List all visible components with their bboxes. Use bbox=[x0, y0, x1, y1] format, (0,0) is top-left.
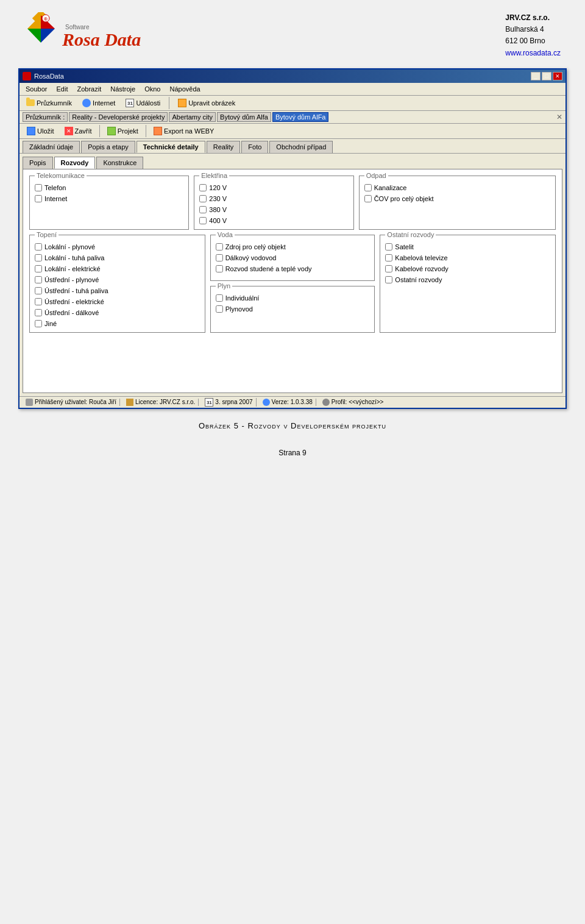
menu-edit[interactable]: Edit bbox=[53, 84, 71, 94]
checkbox-ustredni-elektricke: Ústřední - elektrické bbox=[35, 298, 200, 305]
tab-obchodni-pripad[interactable]: Obchodní případ bbox=[269, 141, 333, 153]
sub-tab-konstrukce[interactable]: Konstrukce bbox=[96, 157, 143, 169]
checkbox-cov-input[interactable] bbox=[364, 195, 372, 202]
company-line2: Bulharská 4 bbox=[505, 24, 561, 35]
tab-technicke-detaily[interactable]: Technické detaily bbox=[136, 141, 205, 153]
toolbar-internet[interactable]: Internet bbox=[79, 97, 119, 109]
checkbox-telefon-input[interactable] bbox=[35, 184, 42, 191]
checkbox-ostatni-rozvody-item-input[interactable] bbox=[385, 276, 392, 283]
menu-zobrazit[interactable]: Zobrazit bbox=[74, 84, 104, 94]
checkbox-cov: ČOV pro celý objekt bbox=[364, 195, 550, 202]
checkbox-ustredni-dalkove-input[interactable] bbox=[35, 309, 42, 316]
checkbox-zdroj-input[interactable] bbox=[216, 243, 223, 251]
minimize-button[interactable]: _ bbox=[531, 72, 541, 80]
header: ® Software Rosa Data JRV.CZ s.r.o. Bulha… bbox=[0, 6, 585, 68]
export-icon bbox=[154, 127, 162, 135]
checkbox-120v-input[interactable] bbox=[199, 184, 207, 191]
checkbox-ustredni-tuha-label: Ústřední - tuhá paliva bbox=[44, 287, 108, 294]
action-toolbar: Uložit ✕ Zavřít Projekt Export na WEBY bbox=[20, 124, 566, 139]
close-button[interactable]: ✕ bbox=[553, 72, 562, 80]
section-odpad-title: Odpad bbox=[364, 172, 388, 179]
toolbar-upravit-obrazek[interactable]: Upravit obrázek bbox=[174, 97, 239, 109]
checkbox-lokalni-tuha-input[interactable] bbox=[35, 254, 42, 261]
checkbox-380v-label: 380 V bbox=[209, 206, 227, 213]
menu-nastroje[interactable]: Nástroje bbox=[107, 84, 138, 94]
version-icon bbox=[263, 399, 270, 406]
checkbox-ustredni-tuha-input[interactable] bbox=[35, 287, 42, 294]
toolbar-udalosti[interactable]: 31 Události bbox=[122, 97, 164, 109]
export-button[interactable]: Export na WEBY bbox=[149, 125, 219, 137]
svg-text:®: ® bbox=[44, 16, 48, 22]
toolbar-pruzkumnik[interactable]: Průzkumník bbox=[23, 98, 76, 108]
checkbox-ostatni-rozvody-item-label: Ostatní rozvody bbox=[395, 276, 442, 283]
breadcrumb-reality[interactable]: Reality - Developerské projekty bbox=[69, 112, 168, 122]
save-label: Uložit bbox=[37, 127, 54, 135]
tab-popis-etapy[interactable]: Popis a etapy bbox=[81, 141, 135, 153]
section-topeni: Topení Lokální - plynové Lokální - tuhá … bbox=[29, 235, 205, 333]
menu-napoveda[interactable]: Nápověda bbox=[166, 84, 203, 94]
page-wrapper: ® Software Rosa Data JRV.CZ s.r.o. Bulha… bbox=[0, 0, 585, 463]
tab-reality[interactable]: Reality bbox=[207, 141, 241, 153]
tab-foto[interactable]: Foto bbox=[241, 141, 268, 153]
checkbox-kabelove-rozvody-label: Kabelové rozvody bbox=[395, 265, 448, 272]
close-x-icon: ✕ bbox=[65, 127, 73, 135]
sections-row-1: Telekomunikace Telefon Internet bbox=[29, 176, 556, 230]
checkbox-380v-input[interactable] bbox=[199, 206, 207, 213]
save-icon bbox=[27, 127, 35, 135]
checkbox-internet-input[interactable] bbox=[35, 195, 42, 202]
logo-brand-text: Rosa Data bbox=[62, 30, 141, 49]
main-tabs: Základní údaje Popis a etapy Technické d… bbox=[20, 139, 566, 153]
internet-icon bbox=[82, 99, 91, 107]
checkbox-lokalni-plynove-input[interactable] bbox=[35, 243, 42, 251]
checkbox-ustredni-elektricke-input[interactable] bbox=[35, 298, 42, 305]
checkbox-individualni-input[interactable] bbox=[216, 294, 223, 302]
status-user-text: Přihlášený uživatel: Rouča Jiří bbox=[35, 399, 116, 405]
checkbox-dalkovy-vodovod-input[interactable] bbox=[216, 254, 223, 261]
app-icon bbox=[23, 72, 31, 80]
checkbox-telefon: Telefon bbox=[35, 184, 183, 191]
checkbox-satelit: Satelit bbox=[385, 243, 550, 251]
status-version-text: Verze: 1.0.3.38 bbox=[272, 399, 313, 405]
breadcrumb-bytovy-dum-alfa-active[interactable]: Bytový dům AlFa bbox=[272, 112, 329, 122]
tab-zakladni-udaje[interactable]: Základní údaje bbox=[23, 141, 80, 153]
menu-okno[interactable]: Okno bbox=[141, 84, 163, 94]
checkbox-internet-label: Internet bbox=[44, 195, 67, 202]
checkbox-plynovod-input[interactable] bbox=[216, 305, 223, 313]
checkbox-lokalni-tuha-label: Lokální - tuhá paliva bbox=[44, 254, 104, 261]
checkbox-rozvod-studene-input[interactable] bbox=[216, 265, 223, 272]
close-action-button[interactable]: ✕ Zavřít bbox=[60, 125, 96, 137]
breadcrumb-close-button[interactable]: ✕ bbox=[556, 113, 562, 121]
maximize-button[interactable]: □ bbox=[542, 72, 551, 80]
checkbox-kabelova-tv-input[interactable] bbox=[385, 254, 392, 261]
checkbox-satelit-input[interactable] bbox=[385, 243, 392, 251]
checkbox-lokalni-elektricke-input[interactable] bbox=[35, 265, 42, 272]
checkbox-ustredni-plynove: Ústřední - plynové bbox=[35, 276, 200, 283]
checkbox-ustredni-plynove-input[interactable] bbox=[35, 276, 42, 283]
checkbox-internet: Internet bbox=[35, 195, 183, 202]
checkbox-230v-input[interactable] bbox=[199, 195, 207, 202]
checkbox-telefon-label: Telefon bbox=[44, 184, 66, 191]
section-topeni-title: Topení bbox=[35, 231, 58, 238]
checkbox-lokalni-elektricke-label: Lokální - elektrické bbox=[44, 265, 101, 272]
sub-tab-rozvody[interactable]: Rozvody bbox=[54, 157, 96, 169]
checkbox-jine: Jiné bbox=[35, 320, 200, 327]
export-label: Export na WEBY bbox=[164, 127, 214, 135]
checkbox-kabelove-rozvody-input[interactable] bbox=[385, 265, 392, 272]
checkbox-cov-label: ČOV pro celý objekt bbox=[374, 195, 434, 202]
image-icon bbox=[178, 99, 186, 107]
breadcrumb-pruzkumnik[interactable]: Průzkumník : bbox=[23, 112, 68, 122]
breadcrumb-bytovy-dum[interactable]: Bytový dům Alfa bbox=[217, 112, 271, 122]
checkbox-rozvod-studene-label: Rozvod studené a teplé vody bbox=[225, 265, 312, 272]
breadcrumb-abertamy[interactable]: Abertamy city bbox=[169, 112, 216, 122]
checkbox-400v-input[interactable] bbox=[199, 217, 207, 224]
save-button[interactable]: Uložit bbox=[23, 125, 58, 137]
checkbox-jine-input[interactable] bbox=[35, 320, 42, 327]
menu-soubor[interactable]: Soubor bbox=[23, 84, 50, 94]
sub-tab-popis[interactable]: Popis bbox=[23, 157, 53, 169]
section-odpad: Odpad Kanalizace ČOV pro celý objekt bbox=[359, 176, 556, 230]
inner-content: Telekomunikace Telefon Internet bbox=[23, 169, 562, 393]
logo-area: ® Software Rosa Data bbox=[24, 12, 141, 49]
window-controls: _ □ ✕ bbox=[531, 72, 562, 80]
project-button[interactable]: Projekt bbox=[103, 125, 143, 137]
checkbox-kanalizace-input[interactable] bbox=[364, 184, 372, 191]
